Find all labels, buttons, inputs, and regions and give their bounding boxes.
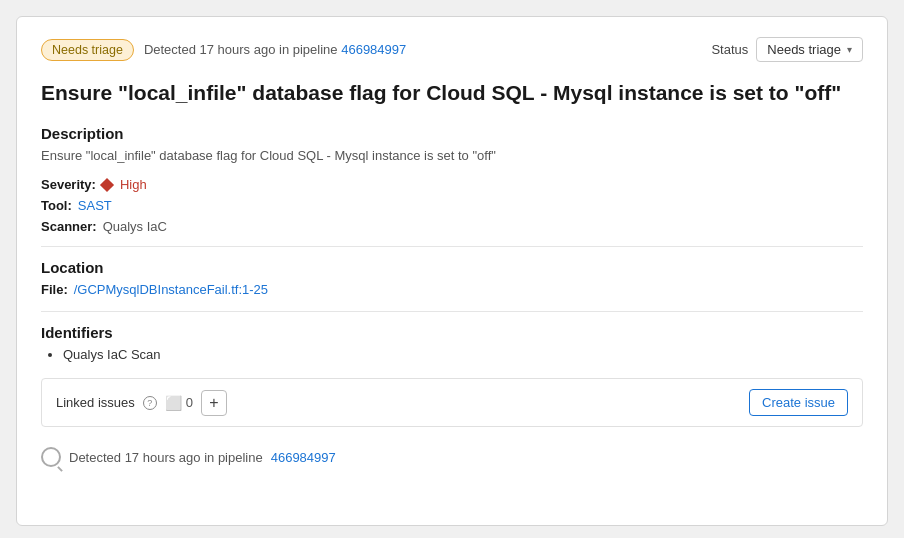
add-linked-issue-button[interactable]: +	[201, 390, 227, 416]
bottom-bar: Detected 17 hours ago in pipeline 466984…	[41, 443, 863, 467]
vulnerability-card: Needs triage Detected 17 hours ago in pi…	[16, 16, 888, 526]
tool-label: Tool:	[41, 198, 72, 213]
description-heading: Description	[41, 125, 863, 142]
top-bar: Needs triage Detected 17 hours ago in pi…	[41, 37, 863, 62]
chevron-down-icon: ▾	[847, 44, 852, 55]
linked-issues-left: Linked issues ? ⬜ 0 +	[56, 390, 227, 416]
severity-value: High	[120, 177, 147, 192]
help-icon[interactable]: ?	[143, 396, 157, 410]
location-section: Location File: /GCPMysqlDBInstanceFail.t…	[41, 259, 863, 297]
divider-2	[41, 311, 863, 312]
top-bar-left: Needs triage Detected 17 hours ago in pi…	[41, 39, 406, 61]
search-icon	[41, 447, 61, 467]
status-area: Status Needs triage ▾	[711, 37, 863, 62]
severity-label: Severity:	[41, 177, 96, 192]
file-path-link[interactable]: /GCPMysqlDBInstanceFail.tf:1-25	[74, 282, 268, 297]
scanner-value: Qualys IaC	[103, 219, 167, 234]
description-text: Ensure "local_infile" database flag for …	[41, 148, 863, 163]
detected-text-prefix: Detected 17 hours ago in pipeline	[144, 42, 338, 57]
location-heading: Location	[41, 259, 863, 276]
severity-diamond-icon	[100, 178, 114, 192]
linked-issues-label: Linked issues	[56, 395, 135, 410]
status-dropdown[interactable]: Needs triage ▾	[756, 37, 863, 62]
identifiers-heading: Identifiers	[41, 324, 863, 341]
issues-count-value: 0	[186, 395, 193, 410]
tool-value: SAST	[78, 198, 112, 213]
status-label: Status	[711, 42, 748, 57]
identifiers-section: Identifiers Qualys IaC Scan	[41, 324, 863, 362]
list-item: Qualys IaC Scan	[63, 347, 863, 362]
status-dropdown-value: Needs triage	[767, 42, 841, 57]
scanner-label: Scanner:	[41, 219, 97, 234]
tool-row: Tool: SAST	[41, 198, 863, 213]
file-row: File: /GCPMysqlDBInstanceFail.tf:1-25	[41, 282, 863, 297]
create-issue-button[interactable]: Create issue	[749, 389, 848, 416]
pipeline-link-footer[interactable]: 466984997	[271, 450, 336, 465]
footer-detected-text: Detected 17 hours ago in pipeline	[69, 450, 263, 465]
scanner-row: Scanner: Qualys IaC	[41, 219, 863, 234]
detected-info: Detected 17 hours ago in pipeline 466984…	[144, 42, 406, 57]
needs-triage-badge: Needs triage	[41, 39, 134, 61]
issues-count: ⬜ 0	[165, 395, 193, 411]
pipeline-link-header[interactable]: 466984997	[341, 42, 406, 57]
page-title: Ensure "local_infile" database flag for …	[41, 78, 863, 107]
tool-value-link[interactable]: SAST	[78, 198, 112, 213]
identifiers-list: Qualys IaC Scan	[41, 347, 863, 362]
divider-1	[41, 246, 863, 247]
file-label: File:	[41, 282, 68, 297]
linked-issues-bar: Linked issues ? ⬜ 0 + Create issue	[41, 378, 863, 427]
file-path: /GCPMysqlDBInstanceFail.tf:1-25	[74, 282, 268, 297]
issues-icon: ⬜	[165, 395, 182, 411]
severity-row: Severity: High	[41, 177, 863, 192]
